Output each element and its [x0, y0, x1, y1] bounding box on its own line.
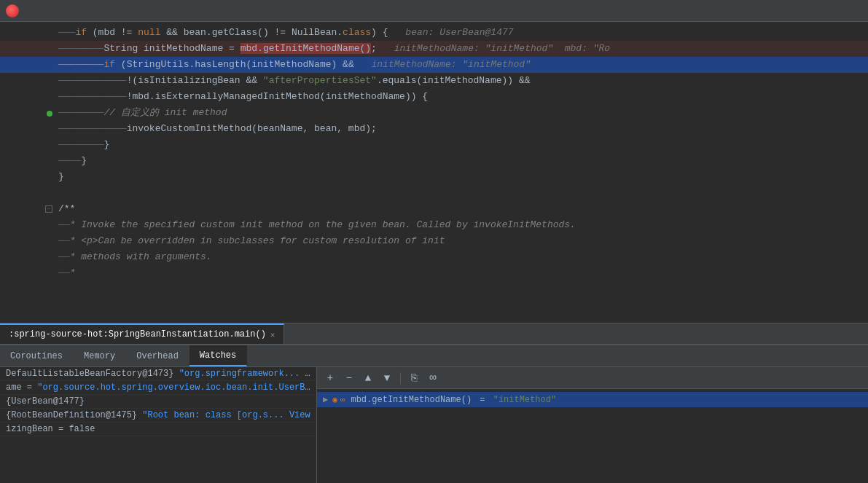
editor-tab-spring[interactable]: :spring-source-hot:SpringBeanInstantiati…: [0, 323, 284, 344]
gutter-12: −: [0, 205, 58, 213]
bottom-content: DefaultListableBeanFactory@1473} "org.sp…: [0, 367, 868, 483]
left-row-3-view[interactable]: View: [289, 410, 310, 420]
code-line-2: ————————String initMethodName = mbd.getI…: [0, 41, 868, 57]
toolbar-sep: [400, 372, 401, 384]
add-icon: +: [327, 372, 333, 384]
code-line-6: ————————// 自定义的 init method: [0, 105, 868, 121]
remove-icon: −: [346, 372, 352, 384]
code-text-1: ———if (mbd != null && bean.getClass() !=…: [58, 25, 862, 41]
code-text-5: ————————————!mbd.isExternallyManagedInit…: [58, 89, 862, 105]
code-line-7: ————————————invokeCustomInitMethod(beanN…: [0, 121, 868, 137]
code-line-11: [0, 185, 868, 201]
code-text-16: ——*: [58, 265, 862, 281]
left-row-1-text: ame = "org.source.hot.spring.overview.io…: [6, 382, 316, 393]
watch-oo-icon: ∞: [340, 396, 345, 404]
code-text-12: /**: [58, 201, 862, 217]
code-text-14: ——* <p>Can be overridden in subclasses f…: [58, 233, 862, 249]
code-line-8: ————————}: [0, 137, 868, 153]
code-line-12: − /**: [0, 201, 868, 217]
watch-value: "initMethod": [493, 395, 556, 405]
code-text-15: ——* methods with arguments.: [58, 249, 862, 265]
move-up-button[interactable]: ▲: [361, 371, 375, 385]
code-text-8: ————————}: [58, 137, 862, 153]
left-row-4: izingBean = false: [0, 423, 316, 436]
top-bar: [0, 0, 868, 22]
debugger-toolbar: + − ▲ ▼ ⎘ ∞: [317, 367, 868, 389]
tab-memory[interactable]: Memory: [74, 345, 126, 366]
tab-coroutines-label: Coroutines: [10, 351, 63, 361]
tab-overhead-label: Overhead: [136, 351, 179, 361]
tab-memory-label: Memory: [84, 351, 115, 361]
tab-watches-label: Watches: [200, 350, 236, 361]
code-line-16: ——*: [0, 265, 868, 281]
code-line-10: }: [0, 169, 868, 185]
code-text-11: [58, 185, 862, 201]
editor-tab-label: :spring-source-hot:SpringBeanInstantiati…: [9, 329, 266, 339]
gutter-6: [0, 111, 58, 116]
down-icon: ▼: [384, 372, 390, 384]
left-row-4-text: izingBean = false: [6, 424, 95, 434]
code-line-13: ——* Invoke the specified custom init met…: [0, 217, 868, 233]
left-row-2-text: {UserBean@1477}: [6, 396, 85, 407]
code-line-4: ————————————!(isInitializingBean && "aft…: [0, 73, 868, 89]
watches-list: ▶ ◉ ∞ mbd.getInitMethodName() = "initMet…: [317, 389, 868, 483]
code-text-7: ————————————invokeCustomInitMethod(beanN…: [58, 121, 862, 137]
code-text-10: }: [58, 169, 862, 185]
code-line-5: ————————————!mbd.isExternallyManagedInit…: [0, 89, 868, 105]
left-row-0-text: DefaultListableBeanFactory@1473} "org.sp…: [6, 369, 300, 379]
code-text-2: ————————String initMethodName = mbd.getI…: [58, 41, 862, 57]
code-text-6: ————————// 自定义的 init method: [58, 105, 862, 121]
code-text-4: ————————————!(isInitializingBean && "aft…: [58, 73, 862, 89]
app-logo: [6, 4, 19, 17]
move-down-button[interactable]: ▼: [380, 371, 394, 385]
up-icon: ▲: [365, 372, 371, 384]
left-row-3-text: {RootBeanDefinition@1475} "Root bean: cl…: [6, 410, 284, 420]
editor-tab-bar: :spring-source-hot:SpringBeanInstantiati…: [0, 323, 868, 345]
loop-button[interactable]: ∞: [426, 371, 440, 385]
left-row-0-view[interactable]: View: [305, 369, 316, 379]
watch-type-icon: ◉: [332, 395, 337, 404]
remove-watch-button[interactable]: −: [342, 371, 356, 385]
watch-equals: =: [474, 395, 490, 405]
fold-icon-12[interactable]: −: [45, 205, 52, 213]
left-row-2: {UserBean@1477}: [0, 395, 316, 409]
add-watch-button[interactable]: +: [323, 371, 337, 385]
code-lines: ———if (mbd != null && bean.getClass() !=…: [0, 22, 868, 323]
code-text-9: ————}: [58, 153, 862, 169]
watches-panel: + − ▲ ▼ ⎘ ∞: [317, 367, 868, 483]
copy-watch-button[interactable]: ⎘: [407, 371, 421, 385]
tab-close-button[interactable]: ✕: [270, 330, 275, 339]
watch-expand-arrow[interactable]: ▶: [323, 394, 328, 405]
tab-coroutines[interactable]: Coroutines: [0, 345, 74, 366]
left-row-3: {RootBeanDefinition@1475} "Root bean: cl…: [0, 409, 316, 423]
watch-row-0[interactable]: ▶ ◉ ∞ mbd.getInitMethodName() = "initMet…: [317, 392, 868, 407]
loop-icon: ∞: [429, 372, 437, 385]
code-line-3: ————————if (StringUtils.hasLength(initMe…: [0, 57, 868, 73]
code-text-3: ————————if (StringUtils.hasLength(initMe…: [58, 57, 862, 73]
code-editor: ———if (mbd != null && bean.getClass() !=…: [0, 22, 868, 345]
tab-watches[interactable]: Watches: [189, 345, 247, 366]
code-line-9: ————}: [0, 153, 868, 169]
code-line-15: ——* methods with arguments.: [0, 249, 868, 265]
bottom-panel: Coroutines Memory Overhead Watches Defau…: [0, 345, 868, 483]
code-text-13: ——* Invoke the specified custom init met…: [58, 217, 862, 233]
bottom-tabs: Coroutines Memory Overhead Watches: [0, 345, 868, 367]
watch-expression: mbd.getInitMethodName(): [351, 395, 472, 405]
code-line-1: ———if (mbd != null && bean.getClass() !=…: [0, 25, 868, 41]
left-row-0: DefaultListableBeanFactory@1473} "org.sp…: [0, 367, 316, 381]
variables-panel: DefaultListableBeanFactory@1473} "org.sp…: [0, 367, 317, 483]
copy-icon: ⎘: [411, 372, 417, 384]
tab-overhead[interactable]: Overhead: [126, 345, 189, 366]
code-line-14: ——* <p>Can be overridden in subclasses f…: [0, 233, 868, 249]
left-row-1: ame = "org.source.hot.spring.overview.io…: [0, 381, 316, 395]
